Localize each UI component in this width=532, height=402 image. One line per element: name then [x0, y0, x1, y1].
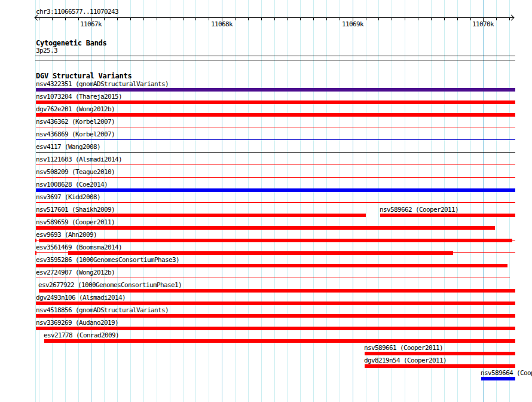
variant-label[interactable]: nsv589661 (Cooper2011) [364, 345, 443, 351]
variant-bar[interactable] [36, 302, 515, 305]
variant-bar[interactable] [36, 314, 515, 318]
ruler-minor-tick [183, 17, 184, 20]
variant-label[interactable]: esv3561469 (Boomsma2014) [36, 245, 122, 251]
variant-label[interactable]: esv9693 (Ahn2009) [36, 232, 97, 238]
variant-bar[interactable] [39, 289, 515, 293]
variant-bar[interactable] [365, 364, 515, 368]
variant-label[interactable]: dgv2493n106 (Alsmadi2014) [36, 295, 126, 301]
ruler-minor-tick [509, 17, 510, 20]
variant-label[interactable]: esv21778 (Conrad2009) [44, 333, 119, 339]
ruler-minor-tick [287, 17, 288, 20]
ruler-minor-tick [326, 17, 327, 20]
variant-label[interactable]: nsv436869 (Korbel2007) [36, 132, 115, 138]
ruler-minor-tick [261, 17, 262, 20]
variant-label[interactable]: nsv589662 (Cooper2011) [380, 207, 458, 213]
variant-label[interactable]: nsv3697 (Kidd2008) [36, 194, 100, 200]
ruler-minor-tick [195, 17, 196, 20]
ruler-minor-tick [130, 17, 131, 20]
variant-bar[interactable] [481, 377, 515, 380]
variant-bar[interactable] [36, 226, 495, 230]
variant-bar[interactable] [36, 100, 515, 104]
variant-bar[interactable] [36, 264, 507, 267]
variant-label[interactable]: nsv1073204 (Thareja2015) [36, 94, 122, 100]
variant-label[interactable]: nsv1008628 (Coe2014) [36, 182, 108, 188]
ruler-tick-label: 11069k [341, 22, 365, 28]
ruler-tick-label: 11070k [471, 22, 495, 28]
ruler-minor-tick [274, 17, 275, 20]
variant-bar[interactable] [36, 127, 515, 127]
ruler-minor-tick [170, 17, 170, 20]
ruler-minor-tick [366, 17, 366, 20]
ruler-minor-tick [143, 17, 144, 20]
variant-label[interactable]: esv2724907 (Wong2012b) [36, 270, 115, 276]
ruler-minor-tick [209, 17, 209, 20]
ruler-tick-label: 11067k [79, 22, 103, 28]
variant-label[interactable]: esv2677922 (1000GenomesConsortiumPhase1) [38, 282, 182, 288]
variant-bar[interactable] [36, 139, 515, 140]
variant-bar[interactable] [36, 88, 515, 92]
cytoband-label[interactable]: 3p25.3 [36, 48, 57, 54]
variant-bar[interactable] [380, 214, 515, 217]
variant-label[interactable]: esv4117 (Wang2008) [36, 144, 100, 150]
ruler-minor-tick [65, 17, 66, 20]
ruler-minor-tick [52, 17, 53, 20]
variant-label[interactable]: nsv517601 (Shaikh2009) [36, 207, 115, 213]
variant-label[interactable]: dgv762e201 (Wong2012b) [36, 106, 115, 112]
ruler-minor-tick [405, 17, 405, 20]
variant-bar[interactable] [68, 251, 453, 255]
variant-bar[interactable] [39, 239, 512, 242]
ruler-minor-tick [117, 17, 118, 20]
variant-whisker-line[interactable] [512, 240, 515, 240]
ruler-minor-tick [300, 17, 301, 20]
ruler-minor-tick [444, 17, 445, 20]
variant-whisker-tick[interactable] [35, 239, 36, 242]
variant-label[interactable]: nsv589659 (Cooper2011) [36, 220, 115, 226]
variant-label[interactable]: dgv8219n54 (Cooper2011) [364, 358, 447, 364]
ruler-minor-tick [392, 17, 392, 20]
variant-bar[interactable] [44, 339, 515, 343]
variant-bar[interactable] [365, 352, 515, 355]
cytoband-bottom-line [35, 60, 515, 60]
variant-bar[interactable] [36, 152, 515, 153]
variant-label[interactable]: nsv508209 (Teague2010) [36, 169, 115, 175]
ruler-minor-tick [248, 17, 249, 20]
variant-bar[interactable] [36, 214, 366, 217]
variant-whisker-line[interactable] [36, 252, 68, 253]
variant-label[interactable]: nsv3369269 (Audano2019) [36, 320, 118, 326]
ruler-minor-tick [157, 17, 157, 20]
variant-label[interactable]: esv3595286 (1000GenomesConsortiumPhase3) [36, 257, 179, 263]
ruler-minor-tick [235, 17, 236, 20]
ruler-minor-tick [457, 17, 458, 20]
variant-label[interactable]: nsv589664 (Cooper2011) [481, 370, 532, 376]
variant-label[interactable]: nsv4322351 (gnomADStructuralVariants) [36, 81, 169, 87]
ruler-minor-tick [340, 17, 340, 20]
variant-label[interactable]: nsv1121603 (Alsmadi2014) [36, 157, 122, 163]
variant-bar[interactable] [36, 113, 515, 117]
variant-bar[interactable] [36, 188, 515, 192]
variant-bar[interactable] [36, 327, 515, 330]
section-title-dgv: DGV Structural Variants [36, 73, 132, 79]
variant-whisker-tick[interactable] [35, 251, 36, 255]
variant-bar[interactable] [36, 202, 515, 203]
ruler-minor-tick [431, 17, 432, 20]
variant-bar[interactable] [36, 177, 515, 178]
variant-whisker-line[interactable] [453, 252, 515, 253]
ruler-minor-tick [104, 17, 105, 20]
variant-bar[interactable] [36, 278, 510, 278]
variant-bar[interactable] [36, 165, 515, 165]
variant-label[interactable]: nsv4518856 (gnomADStructuralVariants) [36, 307, 169, 313]
ruler-minor-tick [496, 17, 497, 20]
cytoband-top-line [35, 56, 515, 56]
ruler-minor-tick [378, 17, 379, 20]
region-label: chr3:11066577..11070243 [36, 9, 118, 15]
ruler-minor-tick [78, 17, 79, 20]
ruler-tick-label: 11068k [210, 22, 234, 28]
ruler-minor-tick [470, 17, 471, 20]
ruler-minor-tick [418, 17, 418, 20]
variant-label[interactable]: nsv436362 (Korbel2007) [36, 119, 115, 125]
ruler-minor-tick [313, 17, 314, 20]
ruler-minor-tick [39, 17, 39, 20]
section-title-cytogenetic: Cytogenetic Bands [36, 40, 107, 46]
